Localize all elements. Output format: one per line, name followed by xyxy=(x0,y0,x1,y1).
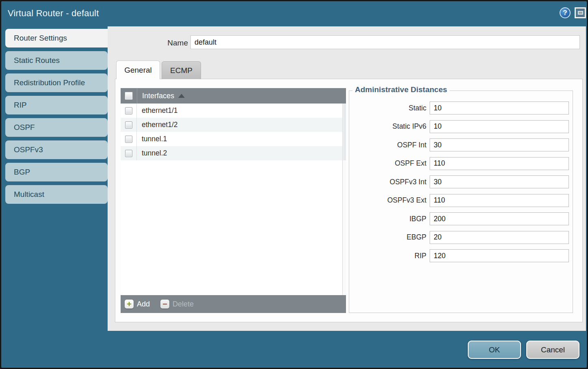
interfaces-column-label: Interfaces xyxy=(142,92,174,100)
maximize-icon-inner xyxy=(578,11,583,15)
distance-field-row: IBGP xyxy=(349,212,573,225)
distance-field-row: EBGP xyxy=(349,231,573,244)
sort-ascending-icon xyxy=(178,94,185,98)
distance-field-label: EBGP xyxy=(349,233,426,242)
tab-general-label: General xyxy=(124,66,152,75)
distance-field-input[interactable] xyxy=(430,120,569,133)
row-checkbox[interactable] xyxy=(125,136,132,143)
cancel-button-label: Cancel xyxy=(541,345,565,354)
administrative-distances-fields: Static Static IPv6 OSPF Int xyxy=(349,91,573,262)
add-button-label: Add xyxy=(137,300,150,309)
row-checkbox[interactable] xyxy=(125,121,132,129)
distance-field-input[interactable] xyxy=(430,194,569,207)
sidebar-item[interactable]: Multicast xyxy=(5,185,108,204)
distance-field-input[interactable] xyxy=(430,175,569,188)
maximize-icon[interactable] xyxy=(575,7,586,18)
ok-button[interactable]: OK xyxy=(468,341,521,359)
distance-field-input[interactable] xyxy=(430,101,569,114)
distance-field-label: OSPF Int xyxy=(349,141,426,149)
distance-field-row: OSPFv3 Ext xyxy=(349,194,573,207)
add-button[interactable]: + Add xyxy=(125,300,150,309)
sidebar-item[interactable]: Redistribution Profile xyxy=(5,73,108,92)
sidebar-item-label: Multicast xyxy=(14,190,44,199)
select-all-checkbox[interactable] xyxy=(125,92,133,100)
distance-field-input[interactable] xyxy=(430,157,569,170)
distance-field-label: OSPFv3 Int xyxy=(349,178,426,186)
tab-ecmp-label: ECMP xyxy=(170,66,192,75)
distance-field-row: RIP xyxy=(349,249,573,262)
distance-field-label: IBGP xyxy=(349,215,426,223)
interfaces-table-body: ethernet1/1 ethernet1/2 xyxy=(121,104,346,295)
sidebar-item-label: OSPF xyxy=(14,123,35,132)
add-plus-icon: + xyxy=(125,300,134,309)
interface-row[interactable]: ethernet1/2 xyxy=(121,118,346,132)
help-icon[interactable]: ? xyxy=(560,7,571,18)
distance-field-row: OSPF Ext xyxy=(349,157,573,170)
administrative-distances-group: Administrative Distances Static Static I… xyxy=(349,91,573,313)
distance-field-label: OSPFv3 Ext xyxy=(349,196,426,205)
interface-name: tunnel.2 xyxy=(137,149,167,158)
distance-field-input[interactable] xyxy=(430,212,569,225)
interface-name: tunnel.1 xyxy=(137,135,167,143)
distance-field-row: Static xyxy=(349,101,573,114)
row-checkbox-cell xyxy=(121,146,137,160)
table-scrollbar[interactable] xyxy=(342,104,346,295)
interfaces-column-header[interactable]: Interfaces xyxy=(137,88,346,104)
sidebar-item-label: OSPFv3 xyxy=(14,145,43,154)
administrative-distances-title: Administrative Distances xyxy=(352,85,450,94)
distance-field-label: OSPF Ext xyxy=(349,159,426,168)
delete-minus-icon: − xyxy=(160,300,169,309)
interface-name: ethernet1/2 xyxy=(137,121,178,129)
select-all-cell xyxy=(121,92,137,100)
scrollbar-thumb[interactable] xyxy=(343,104,346,160)
distance-field-row: OSPF Int xyxy=(349,138,573,151)
tab-ecmp[interactable]: ECMP xyxy=(162,61,201,79)
delete-button[interactable]: − Delete xyxy=(160,300,194,309)
row-checkbox-cell xyxy=(121,104,137,118)
sidebar-item-label: Router Settings xyxy=(14,34,67,43)
interfaces-table: Interfaces ethernet1/1 xyxy=(121,88,346,313)
sidebar-item[interactable]: Static Routes xyxy=(5,51,108,70)
interface-row[interactable]: ethernet1/1 xyxy=(121,104,346,118)
sidebar-item-label: Static Routes xyxy=(14,56,60,65)
distance-field-input[interactable] xyxy=(430,249,569,262)
sidebar-item-label: RIP xyxy=(14,101,27,110)
distance-field-input[interactable] xyxy=(430,138,569,151)
name-input[interactable] xyxy=(190,35,580,49)
row-checkbox[interactable] xyxy=(125,150,132,157)
content-area: Name General ECMP Interfaces xyxy=(108,26,586,331)
distance-field-label: Static xyxy=(349,104,426,112)
sidebar-nav: Router Settings Static Routes Redistribu… xyxy=(1,26,108,331)
sidebar-item[interactable]: Router Settings xyxy=(5,29,108,47)
distance-field-label: Static IPv6 xyxy=(349,122,426,131)
title-bar: Virtual Router - default ? xyxy=(1,1,587,26)
row-checkbox[interactable] xyxy=(125,107,132,114)
row-checkbox-cell xyxy=(121,132,137,146)
sidebar-item[interactable]: BGP xyxy=(5,163,108,181)
row-checkbox-cell xyxy=(121,118,137,132)
virtual-router-dialog: Virtual Router - default ? Router Settin… xyxy=(0,0,588,369)
sidebar-item-label: Redistribution Profile xyxy=(14,78,85,87)
distance-field-label: RIP xyxy=(349,252,426,260)
general-tab-panel: Interfaces ethernet1/1 xyxy=(115,79,583,322)
tab-general[interactable]: General xyxy=(116,60,160,79)
sidebar-item[interactable]: OSPFv3 xyxy=(5,140,108,159)
distance-field-row: Static IPv6 xyxy=(349,120,573,133)
ok-button-label: OK xyxy=(489,345,500,354)
sidebar-item[interactable]: OSPF xyxy=(5,118,108,137)
distance-field-input[interactable] xyxy=(430,231,569,244)
distance-field-row: OSPFv3 Int xyxy=(349,175,573,188)
name-label: Name xyxy=(108,39,188,47)
interfaces-table-footer: + Add − Delete xyxy=(121,295,346,313)
sidebar-item[interactable]: RIP xyxy=(5,96,108,114)
dialog-title: Virtual Router - default xyxy=(8,8,99,19)
interface-row[interactable]: tunnel.2 xyxy=(121,146,346,160)
interface-name: ethernet1/1 xyxy=(137,106,178,115)
interfaces-table-header: Interfaces xyxy=(121,88,346,104)
delete-button-label: Delete xyxy=(173,300,194,309)
interface-row[interactable]: tunnel.1 xyxy=(121,132,346,146)
cancel-button[interactable]: Cancel xyxy=(526,341,579,359)
sidebar-item-label: BGP xyxy=(14,168,30,177)
